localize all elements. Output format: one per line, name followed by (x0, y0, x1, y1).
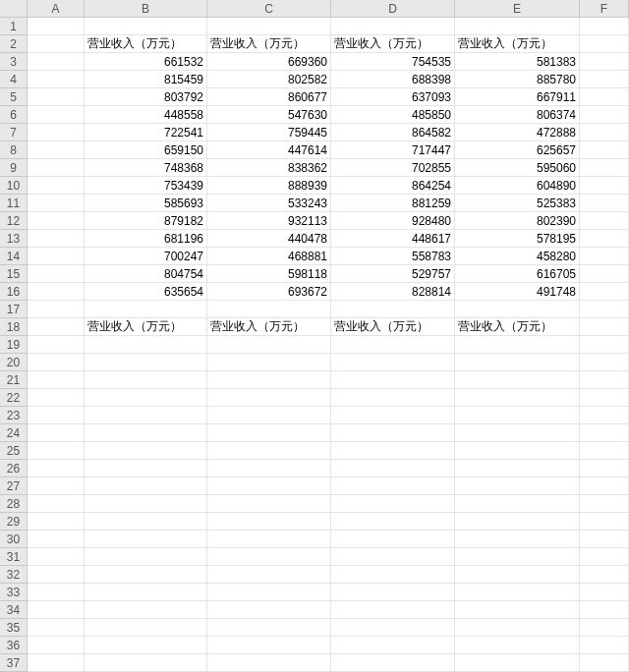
cell-A30[interactable] (28, 531, 85, 548)
cell-A37[interactable] (28, 654, 85, 672)
cell-E28[interactable] (455, 495, 580, 513)
cell-F36[interactable] (580, 637, 629, 654)
cell-F6[interactable] (580, 106, 629, 124)
cell-E22[interactable] (455, 389, 580, 407)
cell-D20[interactable] (331, 354, 455, 371)
row-header-21[interactable]: 21 (0, 371, 28, 389)
cell-F23[interactable] (580, 407, 629, 424)
cell-C17[interactable] (207, 301, 331, 318)
cell-C23[interactable] (207, 407, 331, 424)
cell-D16[interactable]: 828814 (331, 283, 455, 301)
cell-B36[interactable] (85, 637, 207, 654)
cell-D36[interactable] (331, 637, 455, 654)
cell-C14[interactable]: 468881 (207, 248, 331, 265)
cell-F11[interactable] (580, 195, 629, 212)
cell-C27[interactable] (207, 477, 331, 495)
cell-B19[interactable] (85, 336, 207, 354)
cell-D27[interactable] (331, 477, 455, 495)
cell-C13[interactable]: 440478 (207, 230, 331, 248)
cell-F33[interactable] (580, 584, 629, 601)
cell-F19[interactable] (580, 336, 629, 354)
cell-C21[interactable] (207, 371, 331, 389)
cell-A16[interactable] (28, 283, 85, 301)
cell-E1[interactable] (455, 18, 580, 35)
select-all-corner[interactable] (0, 0, 28, 18)
cell-A23[interactable] (28, 407, 85, 424)
cell-A27[interactable] (28, 477, 85, 495)
cell-A22[interactable] (28, 389, 85, 407)
cell-A10[interactable] (28, 177, 85, 195)
cell-E29[interactable] (455, 513, 580, 531)
cell-E18[interactable]: 营业收入（万元） (455, 318, 580, 336)
cell-D24[interactable] (331, 424, 455, 442)
cell-C5[interactable]: 860677 (207, 88, 331, 106)
cell-C4[interactable]: 802582 (207, 71, 331, 88)
cell-A8[interactable] (28, 141, 85, 159)
row-header-8[interactable]: 8 (0, 141, 28, 159)
cell-A4[interactable] (28, 71, 85, 88)
cell-B11[interactable]: 585693 (85, 195, 207, 212)
cell-D1[interactable] (331, 18, 455, 35)
cell-A3[interactable] (28, 53, 85, 71)
cell-F17[interactable] (580, 301, 629, 318)
cell-D23[interactable] (331, 407, 455, 424)
row-header-2[interactable]: 2 (0, 35, 28, 53)
cell-A32[interactable] (28, 566, 85, 584)
cell-E10[interactable]: 604890 (455, 177, 580, 195)
cell-B20[interactable] (85, 354, 207, 371)
cell-C36[interactable] (207, 637, 331, 654)
row-header-11[interactable]: 11 (0, 195, 28, 212)
cell-D29[interactable] (331, 513, 455, 531)
cell-B25[interactable] (85, 442, 207, 460)
cell-C9[interactable]: 838362 (207, 159, 331, 177)
row-header-4[interactable]: 4 (0, 71, 28, 88)
cell-A28[interactable] (28, 495, 85, 513)
cell-B27[interactable] (85, 477, 207, 495)
cell-A11[interactable] (28, 195, 85, 212)
cell-B21[interactable] (85, 371, 207, 389)
row-header-17[interactable]: 17 (0, 301, 28, 318)
cell-C10[interactable]: 888939 (207, 177, 331, 195)
cell-A36[interactable] (28, 637, 85, 654)
cell-B33[interactable] (85, 584, 207, 601)
cell-E4[interactable]: 885780 (455, 71, 580, 88)
row-header-24[interactable]: 24 (0, 424, 28, 442)
cell-B13[interactable]: 681196 (85, 230, 207, 248)
cell-C18[interactable]: 营业收入（万元） (207, 318, 331, 336)
cell-F27[interactable] (580, 477, 629, 495)
row-header-20[interactable]: 20 (0, 354, 28, 371)
cell-C32[interactable] (207, 566, 331, 584)
cell-C6[interactable]: 547630 (207, 106, 331, 124)
cell-C2[interactable]: 营业收入（万元） (207, 35, 331, 53)
cell-C29[interactable] (207, 513, 331, 531)
cell-E14[interactable]: 458280 (455, 248, 580, 265)
cell-F2[interactable] (580, 35, 629, 53)
cell-A20[interactable] (28, 354, 85, 371)
cell-C31[interactable] (207, 548, 331, 566)
cell-C1[interactable] (207, 18, 331, 35)
cell-A26[interactable] (28, 460, 85, 477)
cell-B10[interactable]: 753439 (85, 177, 207, 195)
cell-D28[interactable] (331, 495, 455, 513)
col-header-A[interactable]: A (28, 0, 85, 18)
cell-B16[interactable]: 635654 (85, 283, 207, 301)
cell-D30[interactable] (331, 531, 455, 548)
cell-A5[interactable] (28, 88, 85, 106)
row-header-23[interactable]: 23 (0, 407, 28, 424)
cell-F12[interactable] (580, 212, 629, 230)
cell-D15[interactable]: 529757 (331, 265, 455, 283)
cell-B2[interactable]: 营业收入（万元） (85, 35, 207, 53)
cell-F16[interactable] (580, 283, 629, 301)
cell-A29[interactable] (28, 513, 85, 531)
cell-B29[interactable] (85, 513, 207, 531)
cell-E8[interactable]: 625657 (455, 141, 580, 159)
cell-C15[interactable]: 598118 (207, 265, 331, 283)
cell-F26[interactable] (580, 460, 629, 477)
cell-F32[interactable] (580, 566, 629, 584)
cell-D6[interactable]: 485850 (331, 106, 455, 124)
cell-A34[interactable] (28, 601, 85, 619)
cell-E13[interactable]: 578195 (455, 230, 580, 248)
cell-B22[interactable] (85, 389, 207, 407)
cell-E37[interactable] (455, 654, 580, 672)
row-header-15[interactable]: 15 (0, 265, 28, 283)
